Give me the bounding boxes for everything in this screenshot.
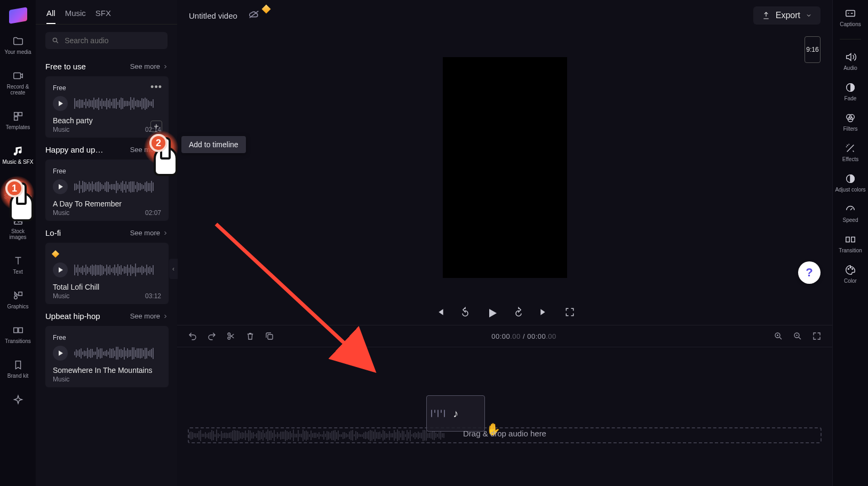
prop-filters[interactable]: Filters: [843, 112, 857, 132]
duplicate-icon[interactable]: [265, 331, 274, 341]
tab-sfx[interactable]: SFX: [95, 5, 111, 24]
see-more-link[interactable]: See more: [130, 146, 169, 154]
audio-track-card[interactable]: Total Lofi Chill Music03:12: [45, 243, 169, 304]
prop-transition[interactable]: Transition: [839, 234, 862, 253]
see-more-link[interactable]: See more: [130, 229, 169, 237]
collapse-panel-handle[interactable]: ‹: [169, 259, 178, 279]
nav-label: Stock video: [4, 194, 32, 200]
rewind-icon[interactable]: [460, 307, 471, 317]
track-name: Somewhere In The Mountains: [53, 366, 161, 375]
play-button[interactable]: [53, 96, 68, 111]
left-nav-rail: Your media Record & create Templates Mus…: [0, 0, 36, 486]
aspect-ratio-chip[interactable]: 9:16: [805, 36, 821, 63]
nav-label: Transitions: [5, 338, 31, 344]
svg-rect-0: [13, 73, 20, 79]
nav-transitions[interactable]: Transitions: [2, 322, 34, 346]
preview-area: 9:16: [177, 31, 832, 304]
magic-wand-icon: [845, 142, 856, 154]
svg-point-7: [14, 296, 17, 299]
free-badge: Free: [53, 168, 66, 175]
nav-record-create[interactable]: Record & create: [2, 68, 34, 98]
nav-text[interactable]: Text: [2, 253, 34, 277]
fullscreen-icon[interactable]: [564, 307, 575, 317]
prop-fade[interactable]: Fade: [845, 82, 857, 101]
tab-all[interactable]: All: [46, 5, 55, 24]
skip-start-icon[interactable]: [434, 307, 445, 317]
audio-track-card[interactable]: Free A Day To Remember Music02:07: [45, 160, 169, 221]
nav-stock-video[interactable]: Stock video: [2, 178, 34, 202]
waveform-preview: [74, 96, 161, 111]
play-button[interactable]: [53, 346, 68, 361]
undo-icon[interactable]: [188, 331, 197, 341]
nav-brand-kit[interactable]: Brand kit: [2, 357, 34, 381]
see-more-link[interactable]: See more: [130, 312, 169, 320]
delete-icon[interactable]: [245, 331, 255, 341]
project-title[interactable]: Untitled video: [189, 11, 237, 20]
help-button[interactable]: ?: [798, 261, 821, 284]
search-input[interactable]: [65, 36, 161, 45]
track-more-icon[interactable]: •••: [150, 82, 162, 93]
nav-label: Music & SFX: [3, 159, 34, 165]
prop-effects[interactable]: Effects: [842, 142, 858, 162]
svg-rect-2: [18, 113, 21, 116]
svg-rect-16: [846, 11, 855, 17]
palette-icon: [845, 264, 856, 276]
nav-your-media[interactable]: Your media: [2, 33, 34, 57]
fit-icon[interactable]: [812, 331, 822, 341]
prop-adjust-colors[interactable]: Adjust colors: [835, 173, 865, 193]
cloud-status-icon: [248, 10, 260, 21]
search-icon: [52, 36, 59, 45]
tab-music[interactable]: Music: [65, 5, 86, 24]
transition-icon: [845, 234, 856, 245]
right-property-rail: Captions Audio Fade Filters Effects Adju…: [832, 0, 868, 486]
player-controls: [177, 307, 832, 320]
play-icon[interactable]: [485, 307, 498, 320]
timeline-canvas[interactable]: ♪ ✋ Drag & drop audio here: [177, 347, 832, 486]
search-audio-box[interactable]: [45, 32, 168, 49]
section-title: Free to use: [45, 62, 86, 71]
svg-rect-23: [851, 237, 855, 242]
nav-stock-images[interactable]: Stock images: [2, 212, 34, 242]
nav-music-sfx[interactable]: Music & SFX: [2, 143, 34, 167]
nav-graphics[interactable]: Graphics: [2, 288, 34, 312]
speaker-icon: [845, 51, 856, 63]
nav-label: Brand kit: [7, 373, 28, 379]
play-button[interactable]: [53, 262, 68, 277]
skip-end-icon[interactable]: [539, 307, 550, 317]
track-name: A Day To Remember: [53, 200, 161, 208]
add-to-timeline-button[interactable]: +: [150, 121, 162, 132]
see-more-link[interactable]: See more: [130, 62, 169, 70]
play-button[interactable]: [53, 179, 68, 194]
svg-point-24: [848, 268, 849, 269]
export-button[interactable]: Export: [753, 6, 821, 25]
audio-track-card[interactable]: Free Somewhere In The Mountains Music: [45, 326, 169, 387]
svg-point-26: [852, 268, 853, 269]
track-type: Music: [53, 126, 69, 133]
track-type: Music: [53, 292, 69, 300]
prop-audio[interactable]: Audio: [843, 51, 857, 71]
nav-ai[interactable]: [2, 392, 34, 408]
nav-label: Your media: [4, 49, 31, 55]
track-duration: 03:12: [145, 292, 161, 300]
nav-templates[interactable]: Templates: [2, 108, 34, 132]
track-name: Total Lofi Chill: [53, 283, 161, 291]
audio-track-card[interactable]: Free ••• Beach party Music02:14 +: [45, 76, 169, 138]
prop-captions[interactable]: Captions: [840, 7, 861, 27]
svg-rect-13: [268, 334, 273, 339]
svg-point-25: [850, 267, 851, 268]
filters-icon: [845, 112, 856, 124]
prop-speed[interactable]: Speed: [843, 203, 858, 223]
svg-rect-1: [14, 113, 17, 116]
redo-icon[interactable]: [207, 331, 217, 341]
audio-tabs: All Music SFX: [36, 5, 177, 25]
chevron-down-icon: [806, 12, 812, 19]
prop-color[interactable]: Color: [844, 264, 857, 284]
free-badge: Free: [53, 334, 66, 341]
video-canvas[interactable]: [443, 57, 567, 278]
zoom-in-icon[interactable]: [774, 331, 783, 341]
svg-rect-22: [846, 237, 849, 242]
zoom-out-icon[interactable]: [793, 331, 802, 341]
contrast-icon: [845, 173, 856, 185]
split-icon[interactable]: [226, 331, 236, 341]
forward-icon[interactable]: [513, 307, 524, 317]
